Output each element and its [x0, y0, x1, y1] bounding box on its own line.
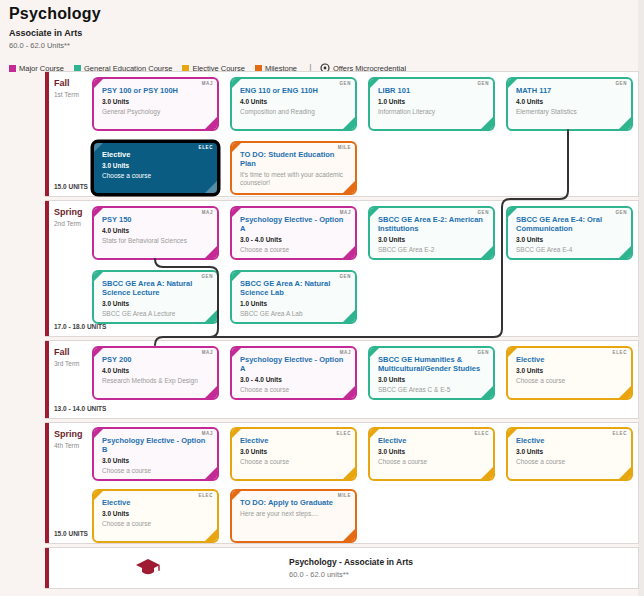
term-season: Spring [54, 207, 92, 217]
term-number: 4th Term [54, 442, 92, 449]
card-units: 3.0 Units [516, 236, 625, 243]
header: Psychology Associate in Arts 60.0 - 62.0… [0, 0, 644, 74]
card-type-tag: MILE [338, 145, 351, 150]
term-cards: MAJPSY 100 or PSY 100H3.0 UnitsGeneral P… [92, 72, 644, 196]
card-units: 3.0 Units [516, 367, 625, 374]
card-title: SBCC GE Area A: Natural Science Lecture [102, 279, 211, 297]
total-units: 60.0 - 62.0 Units** [9, 41, 644, 50]
course-card[interactable]: MAJPSY 2004.0 UnitsResearch Methods & Ex… [92, 346, 219, 400]
card-subtitle: Research Methods & Exp Design [102, 377, 211, 385]
card-subtitle: Choose a course [516, 458, 625, 466]
card-title: SBCC GE Area E-2: American Institutions [378, 215, 487, 233]
term-cards: MAJPsychology Elective - Option B3.0 Uni… [92, 423, 644, 543]
card-type-tag: ELEC [613, 431, 627, 436]
card-subtitle: Choose a course [102, 520, 211, 528]
course-card[interactable]: GENSBCC GE Area A: Natural Science Lectu… [92, 270, 219, 324]
card-units: 1.0 Units [378, 98, 487, 105]
term-season: Fall [54, 347, 92, 357]
card-type-tag: MAJ [202, 431, 213, 436]
course-card[interactable]: GENSBCC GE Humanities & Multicultural/Ge… [368, 346, 495, 400]
card-type-tag: MILE [338, 493, 351, 498]
term-cards: MAJPSY 1504.0 UnitsStats for Behavioral … [92, 201, 644, 336]
term-row: Spring2nd Term17.0 - 18.0 UNITSMAJPSY 15… [45, 200, 639, 337]
card-subtitle: Choose a course [240, 458, 349, 466]
card-subtitle: Choose a course [102, 467, 211, 475]
term-season: Spring [54, 429, 92, 439]
card-title: Elective [378, 436, 487, 445]
term-label: Spring4th Term15.0 UNITS [49, 423, 92, 543]
card-title: PSY 100 or PSY 100H [102, 86, 211, 95]
card-title: TO DO: Apply to Graduate [240, 498, 349, 507]
card-units: 3.0 Units [102, 300, 211, 307]
award-text: Psychology - Associate in Arts 60.0 - 62… [289, 557, 413, 579]
card-subtitle: Information Literacy [378, 108, 487, 116]
card-row: MAJPSY 100 or PSY 100H3.0 UnitsGeneral P… [92, 77, 644, 131]
term-number: 1st Term [54, 91, 92, 98]
card-units: 3.0 Units [378, 376, 487, 383]
card-subtitle: Composition and Reading [240, 108, 349, 116]
card-title: PSY 150 [102, 215, 211, 224]
term-row: Spring4th Term15.0 UNITSMAJPsychology El… [45, 422, 639, 544]
course-card[interactable]: MAJPSY 1504.0 UnitsStats for Behavioral … [92, 206, 219, 260]
card-type-tag: MAJ [340, 210, 351, 215]
milestone-card[interactable]: MILETO DO: Student Education PlanIt's ti… [230, 141, 357, 195]
course-card[interactable]: ELECElective3.0 UnitsChoose a course [92, 141, 219, 195]
course-card[interactable]: GENENG 110 or ENG 110H4.0 UnitsCompositi… [230, 77, 357, 131]
card-row: MAJPSY 2004.0 UnitsResearch Methods & Ex… [92, 346, 644, 400]
card-subtitle: Here are your next steps.... [240, 510, 349, 518]
term-units: 17.0 - 18.0 UNITS [54, 323, 106, 330]
card-type-tag: MAJ [202, 350, 213, 355]
card-units: 3.0 Units [516, 448, 625, 455]
course-card[interactable]: MAJPsychology Elective - Option B3.0 Uni… [92, 427, 219, 481]
course-card[interactable]: MAJPsychology Elective - Option A3.0 - 4… [230, 346, 357, 400]
card-units: 3.0 Units [378, 448, 487, 455]
course-card[interactable]: GENSBCC GE Area E-2: American Institutio… [368, 206, 495, 260]
degree-type: Associate in Arts [9, 28, 644, 38]
card-units: 3.0 Units [102, 457, 211, 464]
card-title: ENG 110 or ENG 110H [240, 86, 349, 95]
legend-swatch-major [9, 65, 16, 72]
card-subtitle: General Psychology [102, 108, 211, 116]
term-cards: MAJPSY 2004.0 UnitsResearch Methods & Ex… [92, 341, 644, 418]
card-title: Elective [516, 436, 625, 445]
card-units: 4.0 Units [102, 367, 211, 374]
card-type-tag: GEN [477, 210, 489, 215]
milestone-card[interactable]: MILETO DO: Apply to GraduateHere are you… [230, 489, 357, 543]
term-units: 15.0 UNITS [54, 183, 88, 190]
card-type-tag: GEN [477, 81, 489, 86]
card-type-tag: GEN [615, 210, 627, 215]
card-units: 3.0 Units [378, 236, 487, 243]
card-type-tag: ELEC [475, 431, 489, 436]
card-title: LIBR 101 [378, 86, 487, 95]
card-row: ELECElective3.0 UnitsChoose a courseMILE… [92, 489, 644, 543]
course-card[interactable]: ELECElective3.0 UnitsChoose a course [506, 427, 633, 481]
card-subtitle: Choose a course [516, 377, 625, 385]
term-number: 3rd Term [54, 360, 92, 367]
card-type-tag: MAJ [202, 210, 213, 215]
card-type-tag: GEN [615, 81, 627, 86]
course-card[interactable]: GENSBCC GE Area E-4: Oral Communication3… [506, 206, 633, 260]
course-card[interactable]: GENMATH 1174.0 UnitsElementary Statistic… [506, 77, 633, 131]
term-units: 15.0 UNITS [54, 530, 88, 537]
card-title: PSY 200 [102, 355, 211, 364]
course-card[interactable]: ELECElective3.0 UnitsChoose a course [92, 489, 219, 543]
course-card[interactable]: ELECElective3.0 UnitsChoose a course [230, 427, 357, 481]
course-card[interactable]: ELECElective3.0 UnitsChoose a course [506, 346, 633, 400]
card-type-tag: ELEC [613, 350, 627, 355]
card-type-tag: MAJ [202, 81, 213, 86]
card-units: 3.0 Units [102, 98, 211, 105]
term-label: Fall1st Term15.0 UNITS [49, 72, 92, 196]
course-card[interactable]: ELECElective3.0 UnitsChoose a course [368, 427, 495, 481]
card-title: MATH 117 [516, 86, 625, 95]
card-units: 3.0 - 4.0 Units [240, 236, 349, 243]
term-row: Fall1st Term15.0 UNITSMAJPSY 100 or PSY … [45, 71, 639, 197]
term-units: 13.0 - 14.0 UNITS [54, 405, 106, 412]
card-title: SBCC GE Area E-4: Oral Communication [516, 215, 625, 233]
course-card[interactable]: MAJPSY 100 or PSY 100H3.0 UnitsGeneral P… [92, 77, 219, 131]
course-card[interactable]: GENSBCC GE Area A: Natural Science Lab1.… [230, 270, 357, 324]
course-card[interactable]: MAJPsychology Elective - Option A3.0 - 4… [230, 206, 357, 260]
card-title: Elective [516, 355, 625, 364]
card-title: Elective [102, 498, 211, 507]
card-subtitle: SBCC GE Area A Lab [240, 310, 349, 318]
course-card[interactable]: GENLIBR 1011.0 UnitsInformation Literacy [368, 77, 495, 131]
